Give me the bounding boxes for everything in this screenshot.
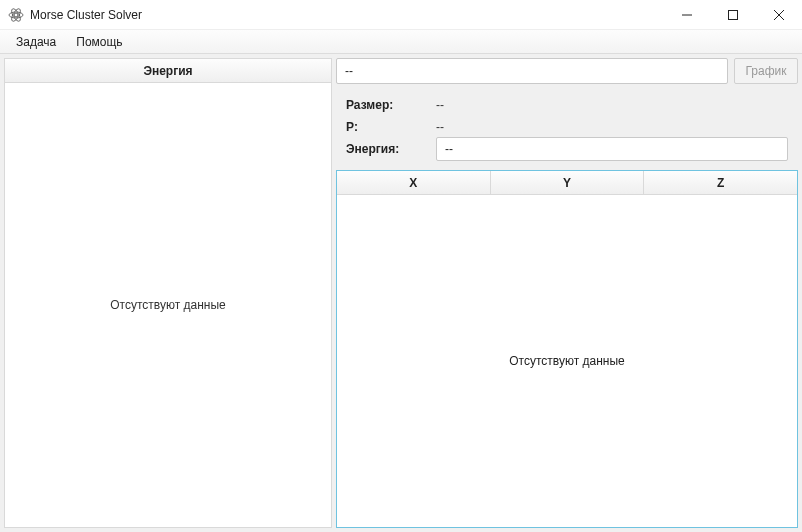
size-value: --: [436, 98, 444, 112]
graph-button: График: [734, 58, 798, 84]
coord-table-empty: Отсутствуют данные: [509, 354, 624, 368]
menu-help-label: Помощь: [76, 35, 122, 49]
title-bar: Morse Cluster Solver: [0, 0, 802, 30]
window-title: Morse Cluster Solver: [30, 8, 664, 22]
client-area: Энергия Отсутствуют данные -- График Раз…: [0, 54, 802, 532]
menu-task[interactable]: Задача: [6, 30, 66, 53]
coord-table: X Y Z Отсутствуют данные: [336, 170, 798, 528]
menu-task-label: Задача: [16, 35, 56, 49]
p-label: P:: [346, 120, 436, 134]
app-icon: [8, 7, 24, 23]
energy-list-header[interactable]: Энергия: [5, 59, 331, 83]
col-header-x[interactable]: X: [337, 171, 491, 194]
maximize-button[interactable]: [710, 0, 756, 29]
menu-bar: Задача Помощь: [0, 30, 802, 54]
size-label: Размер:: [346, 98, 436, 112]
minimize-button[interactable]: [664, 0, 710, 29]
svg-point-0: [14, 13, 18, 17]
energy-input[interactable]: --: [436, 137, 788, 161]
col-header-z[interactable]: Z: [644, 171, 797, 194]
energy-input-value: --: [445, 142, 453, 156]
energy-list-empty: Отсутствуют данные: [5, 83, 331, 527]
col-header-y[interactable]: Y: [491, 171, 645, 194]
details-panel: -- График Размер: -- P: -- Энергия: -- X: [336, 58, 798, 528]
p-value: --: [436, 120, 444, 134]
name-input[interactable]: --: [336, 58, 728, 84]
name-input-value: --: [345, 64, 353, 78]
energy-list: Энергия Отсутствуют данные: [4, 58, 332, 528]
svg-rect-5: [729, 10, 738, 19]
close-button[interactable]: [756, 0, 802, 29]
energy-label: Энергия:: [346, 142, 436, 156]
menu-help[interactable]: Помощь: [66, 30, 132, 53]
